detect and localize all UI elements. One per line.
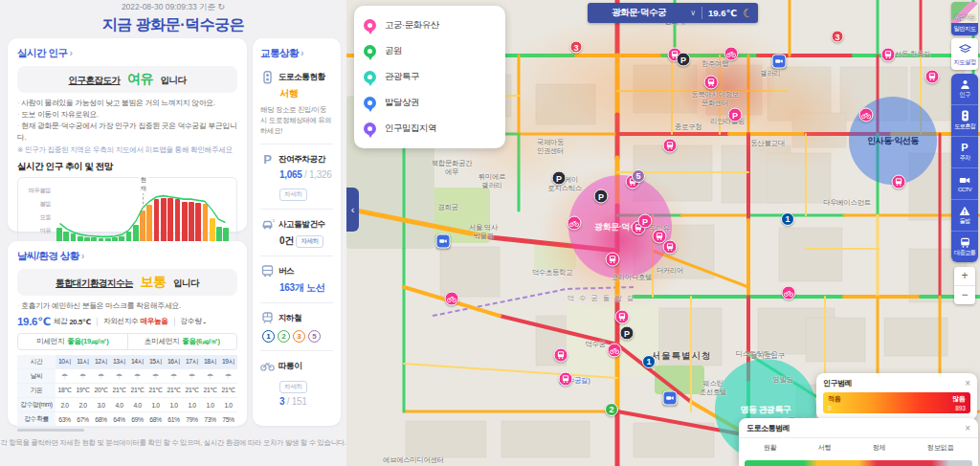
y-axis-label: 보통: [20, 213, 51, 222]
subway-line-badge: 2: [278, 330, 290, 343]
bus-stop-marker[interactable]: [606, 253, 620, 267]
cctv-marker[interactable]: [436, 234, 451, 249]
population-bullet: 사람이 몰려있을 가능성이 낮고 붐빔은 거의 느껴지지 않아요.: [17, 98, 237, 109]
bus-stop-marker[interactable]: [615, 310, 630, 324]
layer-button-parking[interactable]: P 주차: [951, 137, 978, 168]
subway-station-marker[interactable]: 5: [632, 169, 645, 183]
table-scrollbar[interactable]: [17, 429, 84, 432]
traffic-section-title[interactable]: 교통상황›: [260, 47, 333, 60]
layer-button-road-congestion[interactable]: 도로혼잡: [951, 105, 978, 137]
accident-more-button[interactable]: 자세히: [296, 235, 323, 248]
bike-more-button[interactable]: 자세히: [279, 381, 307, 393]
city-map[interactable]: 광화문·덕수궁인사동·익선동명동 관광특구 청와대공원보현갤러리익선동 한옥길한…: [346, 0, 980, 466]
row-label: 강수확률: [17, 412, 56, 427]
bus-stop-marker[interactable]: [704, 76, 719, 90]
bike-share-marker[interactable]: [608, 344, 622, 358]
bike-share-marker[interactable]: [445, 292, 459, 306]
cctv-marker[interactable]: [772, 55, 787, 69]
parking-marker[interactable]: P: [594, 189, 609, 204]
weather-icon: ☂: [74, 369, 92, 384]
refresh-icon[interactable]: ↻: [218, 2, 226, 11]
legend-item-label: 관광특구: [385, 71, 419, 83]
layer-button-population[interactable]: 인구: [951, 74, 978, 105]
legend-item-label: 발달상권: [385, 97, 419, 109]
row-label: 강수량(mm): [17, 398, 56, 412]
parking-marker[interactable]: P: [728, 108, 743, 122]
zoom-in-button[interactable]: +: [954, 267, 975, 286]
road-legend-label: 서행: [818, 443, 832, 453]
count-badge-marker[interactable]: 3: [832, 31, 844, 43]
parking-marker[interactable]: P: [620, 326, 635, 341]
parking-marker[interactable]: P: [638, 214, 653, 229]
bus-stop-marker[interactable]: [663, 139, 678, 153]
table-row: 강수량(mm)2.02.03.04.04.01.01.01.01.01.0: [17, 398, 237, 412]
bike-label[interactable]: 따릉이: [278, 361, 301, 372]
bike-available: 3: [279, 396, 284, 407]
bus-stop-marker[interactable]: [559, 372, 573, 387]
legend-item[interactable]: 인구밀집지역: [364, 116, 496, 142]
subway-line-badge: 5: [308, 330, 321, 343]
weather-section-title[interactable]: 날씨/환경 상황›: [17, 250, 237, 263]
cctv-icon: [959, 176, 970, 185]
table-cell: 21℃: [110, 384, 128, 398]
parking-marker[interactable]: P: [677, 53, 691, 67]
bike-share-marker[interactable]: [724, 47, 739, 61]
subway-station-marker[interactable]: 2: [605, 403, 618, 416]
moon-icon: ☾: [743, 8, 758, 19]
table-cell: 21℃: [128, 384, 146, 398]
map-temperature: 19.6℃: [702, 8, 743, 18]
legend-item-label: 공원: [385, 45, 402, 57]
legend-item[interactable]: 고궁·문화유산: [364, 12, 496, 38]
zoom-out-button[interactable]: −: [954, 286, 975, 304]
air-quality-level: 보통: [141, 274, 167, 289]
close-icon[interactable]: ×: [965, 424, 970, 433]
bike-share-marker[interactable]: [568, 216, 582, 231]
map-place-label: 종로구청: [675, 122, 702, 131]
table-row: 날씨☂☂☂☂☂☂☂☂☂☂: [17, 369, 237, 384]
air-quality-banner: 통합대기환경지수는 보통 입니다: [17, 269, 237, 296]
weather-icon: ☂: [56, 369, 74, 384]
table-cell: 21℃: [183, 384, 201, 398]
layer-button-transit[interactable]: 대중교통: [951, 232, 978, 262]
weather-icon: ☂: [92, 369, 110, 384]
map-place-label: 한주여행: [702, 59, 728, 68]
panel-collapse-button[interactable]: ‹: [346, 188, 359, 232]
chevron-down-icon: ∨: [690, 9, 696, 17]
table-row: 강수확률63%67%68%64%69%68%61%79%73%75%: [17, 412, 237, 427]
bus-stop-marker[interactable]: [892, 175, 906, 189]
bus-stop-marker[interactable]: [663, 240, 678, 255]
bus-stop-marker[interactable]: [881, 48, 896, 62]
count-badge-marker[interactable]: 3: [570, 41, 583, 54]
table-cell: 12시: [92, 355, 110, 369]
chart-title: 실시간 인구 추이 및 전망: [17, 161, 237, 173]
legend-item[interactable]: 공원: [364, 38, 496, 64]
palace-pin-icon: [364, 19, 376, 32]
map-layer-buttons: 인구 도로혼잡 P 주차 CCTV 돌발: [951, 74, 978, 262]
map-settings-button[interactable]: 지도설정: [951, 38, 978, 70]
table-cell: 73%: [201, 412, 219, 427]
cctv-marker[interactable]: [663, 391, 678, 406]
place-dropdown[interactable]: 광화문·덕수궁: [588, 7, 690, 19]
legend-item[interactable]: 발달상권: [364, 90, 496, 116]
bus-label[interactable]: 버스: [278, 266, 294, 277]
population-bullet: 현재 광화문·덕수궁에서 가장 인구가 집중된 곳은 덕수궁길 부근입니다.: [17, 121, 237, 144]
accident-label[interactable]: 사고돌발건수: [278, 219, 325, 231]
population-section-title[interactable]: 실시간 인구›: [17, 47, 237, 60]
subway-label[interactable]: 지하철: [278, 313, 301, 324]
legend-item[interactable]: 관광특구: [364, 64, 496, 90]
parking-more-button[interactable]: 자세히: [279, 189, 307, 201]
parking-label[interactable]: 잔여주차공간: [278, 154, 325, 166]
layer-button-incidents[interactable]: 돌발: [951, 200, 978, 232]
bus-stop-marker[interactable]: [925, 70, 940, 84]
bike-share-marker[interactable]: [859, 108, 874, 122]
subway-station-marker[interactable]: 1: [781, 212, 794, 226]
layer-button-cctv[interactable]: CCTV: [951, 168, 978, 200]
subway-station-marker[interactable]: 1: [642, 355, 656, 368]
road-status-label[interactable]: 도로소통현황: [278, 72, 325, 83]
close-icon[interactable]: ×: [965, 379, 970, 388]
parking-marker[interactable]: P: [552, 171, 567, 186]
bike-share-marker[interactable]: [782, 286, 796, 300]
pm10-value: 좋음(19㎍/㎥): [67, 337, 108, 346]
basemap-toggle-button[interactable]: 위성지도 일반지도: [951, 2, 978, 35]
bus-stop-marker[interactable]: [554, 348, 568, 363]
